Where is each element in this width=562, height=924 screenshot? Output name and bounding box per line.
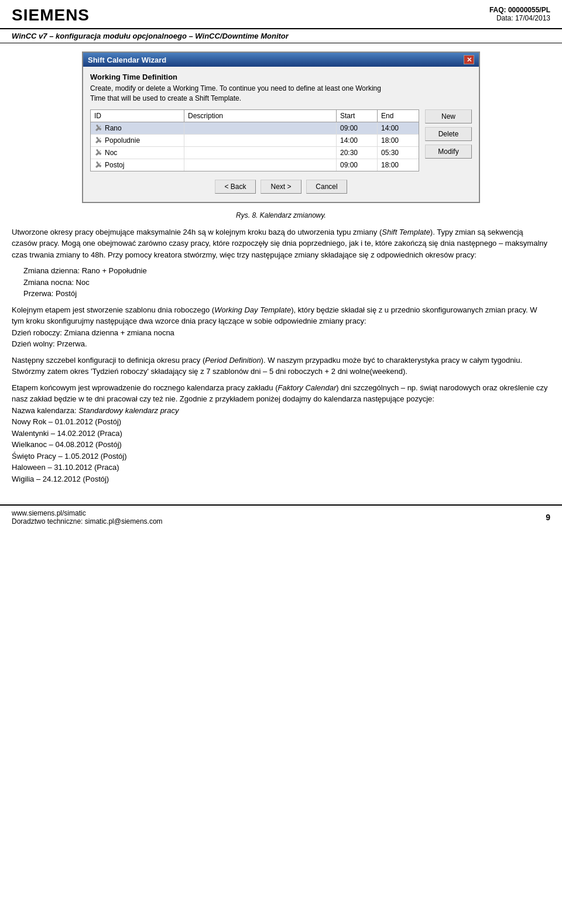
table-and-buttons: ID Description Start End Rano [90,109,472,171]
dialog-body: Working Time Definition Create, modify o… [83,67,479,202]
cell-end: 18:00 [378,159,419,171]
page-header: SIEMENS FAQ: 00000055/PL Data: 17/04/201… [0,0,562,29]
dialog-section-desc: Create, modify or delete a Working Time.… [90,84,472,104]
footer-links: www.siemens.pl/simatic Doradztwo technic… [12,509,163,525]
faq-label: FAQ: 00000055/PL [489,6,550,14]
cell-start: 09:00 [337,159,378,171]
table-row[interactable]: Postoj 09:00 18:00 [91,159,419,171]
subtitle-bar: WinCC v7 – konfiguracja modułu opcjonaln… [0,29,562,43]
new-button[interactable]: New [425,109,472,123]
wrench-icon [94,124,102,132]
body-paragraph-1: Utworzone okresy pracy obejmujące maksym… [12,226,550,485]
cell-id: Popoludnie [91,135,184,146]
main-content: Shift Calendar Wizard ✕ Working Time Def… [0,43,562,499]
wrench-icon [94,149,102,157]
wrench-icon [94,161,102,169]
side-buttons: New Delete Modify [425,109,472,171]
table-row[interactable]: Rano 09:00 14:00 [91,122,419,135]
footer-page-number: 9 [546,513,550,522]
col-end: End [378,110,419,122]
shift-calendar-dialog: Shift Calendar Wizard ✕ Working Time Def… [82,51,480,203]
wrench-icon [94,136,102,145]
table-row[interactable]: Popoludnie 14:00 18:00 [91,135,419,147]
page-footer: www.siemens.pl/simatic Doradztwo technic… [0,504,562,529]
cell-description [184,135,337,146]
next-button[interactable]: Next > [261,180,301,194]
footer-email: Doradztwo techniczne: simatic.pl@siemens… [12,517,163,525]
siemens-logo: SIEMENS [12,6,90,25]
cell-description [184,159,337,171]
cell-id: Noc [91,147,184,159]
col-description: Description [184,110,337,122]
table-header: ID Description Start End [91,110,419,122]
dialog-nav-buttons: < Back Next > Cancel [90,180,472,196]
cell-description [184,122,337,134]
cell-id: Rano [91,122,184,134]
back-button[interactable]: < Back [215,180,256,194]
date-label: Data: 17/04/2013 [489,14,550,22]
cell-description [184,147,337,159]
col-id: ID [91,110,184,122]
cell-end: 05:30 [378,147,419,159]
cell-end: 14:00 [378,122,419,134]
dialog-section-title: Working Time Definition [90,73,472,81]
cell-start: 09:00 [337,122,378,134]
caption: Rys. 8. Kalendarz zmianowy. [12,211,550,219]
cancel-button[interactable]: Cancel [306,180,347,194]
cell-id: Postoj [91,159,184,171]
subtitle-text: WinCC v7 – konfiguracja modułu opcjonaln… [12,32,289,40]
dialog-titlebar: Shift Calendar Wizard ✕ [83,53,479,67]
delete-button[interactable]: Delete [425,127,472,141]
header-right: FAQ: 00000055/PL Data: 17/04/2013 [489,6,550,22]
cell-start: 20:30 [337,147,378,159]
cell-end: 18:00 [378,135,419,146]
modify-button[interactable]: Modify [425,145,472,159]
working-time-table: ID Description Start End Rano [90,109,419,171]
table-row[interactable]: Noc 20:30 05:30 [91,147,419,159]
col-start: Start [337,110,378,122]
footer-website: www.siemens.pl/simatic [12,509,163,517]
dialog-title: Shift Calendar Wizard [88,56,166,64]
dialog-close-button[interactable]: ✕ [464,55,474,64]
cell-start: 14:00 [337,135,378,146]
